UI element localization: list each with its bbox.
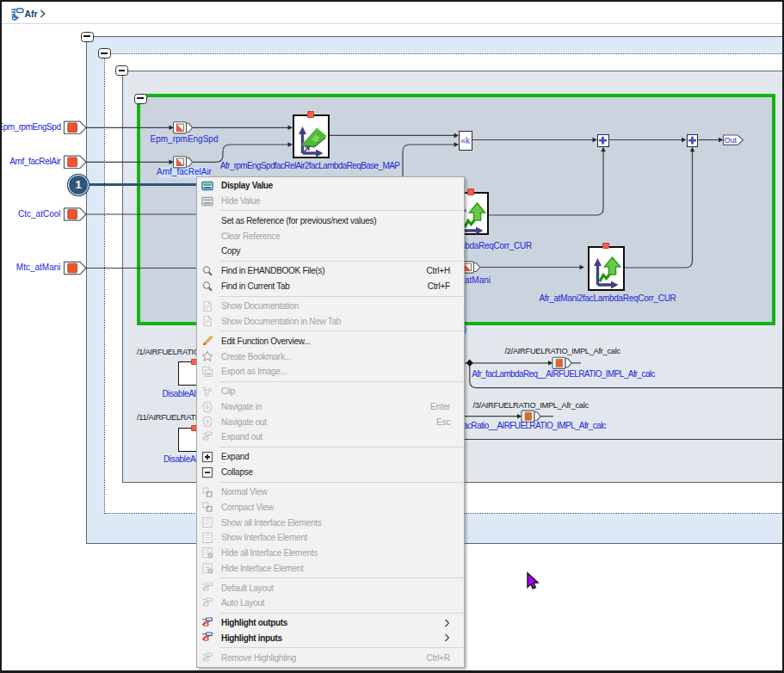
svg-text:Out: Out [725, 136, 738, 145]
